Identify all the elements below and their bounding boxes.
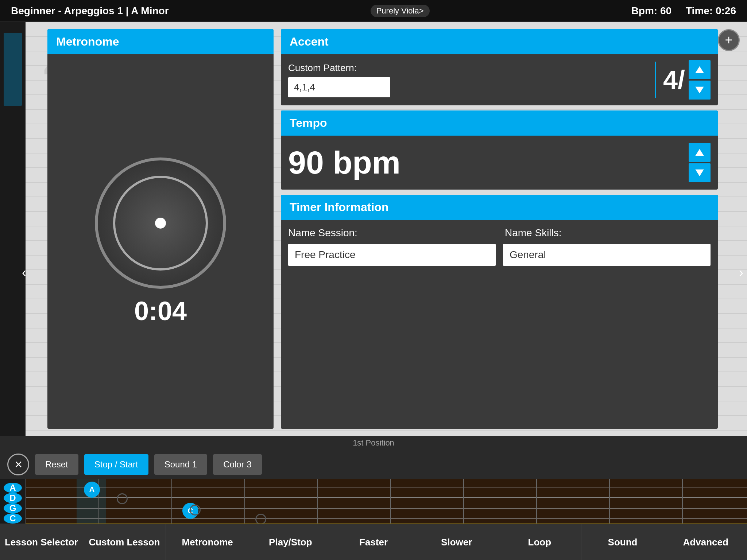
sound1-button[interactable]: Sound 1 (154, 454, 207, 475)
svg-marker-0 (695, 66, 704, 73)
sound-label: Sound (608, 537, 638, 548)
fret-9 (682, 479, 683, 526)
fret-7 (536, 479, 537, 526)
bottom-nav: Lesson Selector Custom Lesson Metronome … (0, 524, 747, 560)
string-line-1 (26, 487, 747, 487)
timer-header: Timer Information (281, 195, 718, 220)
control-bar: ✕ Reset Stop / Start Sound 1 Color 3 (0, 450, 747, 479)
metronome-circle-outer (95, 158, 226, 289)
advanced-label: Advanced (683, 537, 728, 548)
sound-button[interactable]: Sound (581, 524, 665, 560)
fret-3 (244, 479, 245, 526)
string-line-4 (26, 518, 747, 519)
tempo-body: 90 bpm (281, 136, 718, 190)
lesson-selector-button[interactable]: Lesson Selector (0, 524, 83, 560)
string-line-2 (26, 497, 747, 498)
string-line-3 (26, 508, 747, 509)
accent-up-button[interactable] (689, 60, 711, 79)
lesson-selector-label: Lesson Selector (5, 537, 78, 548)
advanced-button[interactable]: Advanced (664, 524, 747, 560)
metronome-body: 0:04 (47, 54, 274, 429)
name-session-input[interactable] (288, 244, 496, 266)
slower-button[interactable]: Slower (415, 524, 498, 560)
bpm-display: Bpm: 60 (631, 5, 671, 16)
note-dot-1: A (84, 482, 100, 498)
close-icon: ✕ (14, 459, 23, 471)
fret-5 (390, 479, 391, 526)
top-bar: Beginner - Arpeggios 1 | A Minor Purely … (0, 0, 747, 22)
fret-8 (609, 479, 610, 526)
metronome-nav-label: Metronome (182, 537, 233, 548)
color3-button[interactable]: Color 3 (213, 454, 262, 475)
reset-button[interactable]: Reset (35, 454, 78, 475)
tempo-header: Tempo (281, 110, 718, 136)
stop-start-button[interactable]: Stop / Start (84, 454, 148, 475)
metronome-timer: 0:04 (134, 296, 187, 326)
accent-spinner (689, 60, 711, 100)
slower-label: Slower (441, 537, 472, 548)
faster-button[interactable]: Faster (332, 524, 415, 560)
name-skills-input[interactable] (503, 244, 711, 266)
left-nav-container: ‹ (22, 265, 26, 280)
metronome-center-dot (155, 218, 166, 229)
position-label-text: 1st Position (353, 438, 394, 447)
position-label: 1st Position (0, 436, 747, 450)
lesson-title: Beginner - Arpeggios 1 | A Minor (11, 5, 169, 17)
loop-label: Loop (528, 537, 551, 548)
string-c: C (4, 513, 22, 524)
string-labels-sidebar: A D G C (0, 479, 26, 526)
string-g: G (4, 503, 22, 513)
timer-inputs-row (288, 244, 711, 266)
timer-body: Name Session: Name Skills: (281, 220, 718, 273)
right-panel: Accent Custom Pattern: 4/ (281, 29, 718, 429)
faster-label: Faster (359, 537, 388, 548)
close-button[interactable]: ✕ (7, 454, 29, 475)
string-a: A (4, 483, 22, 493)
fret-0 (26, 479, 26, 526)
open-string-1 (117, 493, 128, 504)
string-d: D (4, 493, 22, 503)
accent-panel: Accent Custom Pattern: 4/ (281, 29, 718, 105)
app-logo: Purely Viola> (371, 5, 430, 17)
open-string-2 (190, 505, 201, 516)
accent-value-section: 4/ (663, 60, 711, 100)
tempo-up-button[interactable] (689, 143, 711, 162)
tempo-value: 90 bpm (288, 144, 400, 181)
accent-numeric-value: 4/ (663, 65, 685, 95)
custom-lesson-button[interactable]: Custom Lesson (83, 524, 166, 560)
fret-2 (171, 479, 172, 526)
play-stop-button[interactable]: Play/Stop (249, 524, 332, 560)
name-skills-label: Name Skills: (505, 227, 711, 239)
tempo-spinner (689, 143, 711, 182)
fretboard-row: A D G C (0, 479, 747, 526)
accent-divider (655, 62, 656, 98)
timer-labels-row: Name Session: Name Skills: (288, 227, 711, 239)
accent-down-button[interactable] (689, 81, 711, 100)
metronome-nav-button[interactable]: Metronome (166, 524, 249, 560)
svg-marker-2 (695, 149, 704, 156)
metronome-header: Metronome (47, 29, 274, 54)
panels-overlay: Metronome 0:04 Accent Custom Pattern: (40, 22, 725, 436)
fret-6 (463, 479, 464, 526)
time-display: Time: 0:26 (686, 5, 736, 16)
tempo-down-button[interactable] (689, 163, 711, 182)
metronome-panel: Metronome 0:04 (47, 29, 274, 429)
left-arrow-button[interactable]: ‹ (22, 265, 26, 280)
custom-pattern-input[interactable] (288, 77, 390, 97)
fretboard-section: 1st Position ✕ Reset Stop / Start Sound … (0, 436, 747, 524)
left-sidebar-strip (0, 22, 26, 436)
custom-lesson-label: Custom Lesson (89, 537, 160, 548)
name-session-label: Name Session: (288, 227, 494, 239)
svg-marker-3 (695, 170, 704, 176)
timer-panel: Timer Information Name Session: Name Ski… (281, 195, 718, 429)
loop-button[interactable]: Loop (498, 524, 581, 560)
accent-body: Custom Pattern: 4/ (281, 54, 718, 105)
plus-button[interactable]: + (718, 29, 740, 51)
fretboard-visual: A C (26, 479, 747, 526)
custom-pattern-label: Custom Pattern: (288, 62, 648, 74)
main-wrapper: 4 Metronome 0:04 Accent Cus (0, 22, 747, 524)
right-nav-container: › (739, 265, 743, 280)
right-arrow-button[interactable]: › (739, 265, 743, 280)
tempo-panel: Tempo 90 bpm (281, 110, 718, 190)
sidebar-accent (4, 33, 22, 106)
